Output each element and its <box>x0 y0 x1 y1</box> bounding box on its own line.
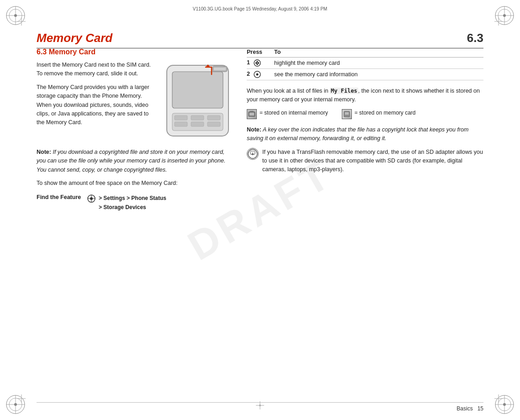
free-space-intro: To show the amount of free space on the … <box>37 179 233 188</box>
svg-rect-39 <box>207 122 220 126</box>
crosshair-top-left <box>17 17 26 26</box>
note-paragraph: Note: If you download a copyrighted file… <box>37 148 233 174</box>
internal-memory-icon <box>247 109 257 119</box>
find-feature-label: Find the Feature <box>37 194 87 200</box>
svg-rect-31 <box>213 67 226 71</box>
svg-point-64 <box>259 404 261 406</box>
press-header: Press <box>247 48 274 58</box>
note2-paragraph: Note: A key over the icon indicates that… <box>247 126 483 143</box>
chapter-number: 6.3 <box>467 31 483 45</box>
note2-label: Note: <box>247 126 261 133</box>
to-header: To <box>274 48 483 58</box>
svg-marker-47 <box>255 62 257 64</box>
action-2: see the memory card information <box>274 69 483 80</box>
left-column: 6.3 Memory Card <box>37 48 233 212</box>
chapter-title: Memory Card <box>37 31 112 45</box>
page-number: 15 <box>478 405 483 412</box>
memory-icons-row: = stored on internal memory = stored on … <box>247 109 483 119</box>
svg-rect-38 <box>191 122 204 126</box>
internal-memory-icon-item: = stored on internal memory <box>247 109 328 119</box>
svg-point-50 <box>256 74 259 76</box>
nav-path-line2: > Storage Devices <box>99 204 146 210</box>
chapter-title-bar: Memory Card 6.3 <box>37 31 483 48</box>
svg-rect-52 <box>249 113 254 116</box>
press-number-2: 2 <box>247 69 274 80</box>
transflash-text: If you have a TransFlash removable memor… <box>262 148 483 174</box>
center-key-icon <box>253 71 261 77</box>
crosshair-bot-right <box>494 394 503 403</box>
page-container: DRAFT <box>0 0 520 420</box>
when-text: When you look at a list of files in My F… <box>247 87 483 105</box>
press-to-table: Press To 1 <box>247 48 483 80</box>
right-column: Press To 1 <box>247 48 483 174</box>
svg-rect-53 <box>250 111 254 112</box>
svg-rect-34 <box>175 116 187 120</box>
crosshair-bot-left <box>17 394 26 403</box>
svg-rect-55 <box>345 112 349 115</box>
memory-card-icon <box>342 109 352 119</box>
internal-memory-label: = stored on internal memory <box>260 109 328 117</box>
nav-path-line1: > Settings > Phone Status <box>99 195 166 201</box>
svg-text:+: + <box>251 151 254 157</box>
table-row: 2 see the memory card information <box>247 69 483 80</box>
action-1: highlight the memory card <box>274 58 483 69</box>
memory-card-label: = stored on memory card <box>355 109 416 117</box>
svg-rect-37 <box>175 122 187 126</box>
bottom-center-crosshair <box>256 401 264 411</box>
my-files-ref: My Files <box>330 88 358 94</box>
svg-rect-35 <box>191 116 204 120</box>
crosshair-top-right <box>494 17 503 26</box>
note-label: Note: <box>37 149 51 155</box>
phone-image <box>162 61 233 141</box>
svg-rect-36 <box>207 116 220 120</box>
press-number-1: 1 <box>247 58 274 69</box>
transflash-icon: + <box>247 148 259 160</box>
transflash-row: + If you have a TransFlash removable mem… <box>247 148 483 174</box>
footer-section: Basics <box>456 405 472 412</box>
svg-marker-48 <box>258 62 260 64</box>
find-feature-row: Find the Feature > Settings > Phone Stat… <box>37 194 233 212</box>
nav-key-icon <box>253 59 261 66</box>
section-heading: 6.3 Memory Card <box>37 48 233 56</box>
content-area: 6.3 Memory Card <box>37 48 483 393</box>
nav-path: > Settings > Phone Status > Storage Devi… <box>99 194 166 212</box>
nav-center-icon <box>87 194 96 203</box>
table-row: 1 highlight the <box>247 58 483 69</box>
memory-card-icon-item: = stored on memory card <box>342 109 416 119</box>
book-reference: V1100.3G.UG.book Page 15 Wednesday, Augu… <box>37 6 483 11</box>
svg-rect-29 <box>172 72 223 108</box>
